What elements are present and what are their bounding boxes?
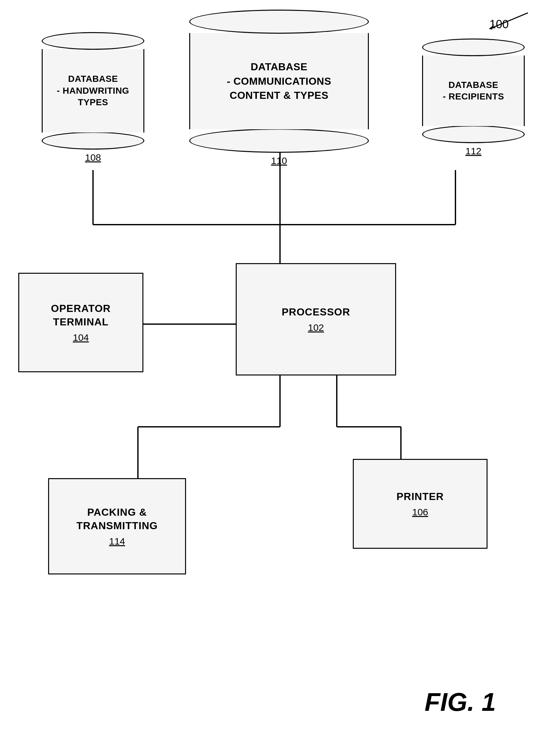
db-communications: DATABASE - COMMUNICATIONS CONTENT & TYPE… [186, 9, 372, 166]
db-recipients-label: DATABASE - RECIPIENTS [440, 79, 507, 103]
figure-label: FIG. 1 [425, 687, 496, 717]
db-communications-label: DATABASE - COMMUNICATIONS CONTENT & TYPE… [224, 60, 335, 103]
processor: PROCESSOR 102 [236, 263, 396, 376]
printer-number: 106 [412, 507, 428, 518]
diagram-container: 100 DATABASE - HANDWRITING TYPES 108 DAT… [0, 0, 560, 749]
printer: PRINTER 106 [353, 459, 488, 549]
operator-terminal-label: OPERATOR TERMINAL [51, 302, 111, 328]
operator-terminal: OPERATOR TERMINAL 104 [18, 273, 143, 372]
db-handwriting-label: DATABASE - HANDWRITING TYPES [53, 73, 132, 108]
ref-arrow-svg [470, 9, 534, 35]
db-communications-number: 110 [271, 155, 287, 166]
db-recipients-number: 112 [465, 146, 481, 156]
packing-transmitting-label: PACKING & TRANSMITTING [76, 506, 158, 532]
processor-number: 102 [308, 322, 324, 333]
db-handwriting: DATABASE - HANDWRITING TYPES 108 [39, 32, 148, 163]
db-handwriting-number: 108 [85, 152, 101, 163]
db-recipients: DATABASE - RECIPIENTS 112 [419, 39, 528, 156]
operator-terminal-number: 104 [73, 332, 89, 343]
printer-label: PRINTER [397, 490, 444, 504]
svg-line-14 [489, 13, 528, 29]
processor-label: PROCESSOR [282, 305, 350, 319]
packing-transmitting: PACKING & TRANSMITTING 114 [48, 478, 186, 574]
packing-transmitting-number: 114 [109, 536, 125, 547]
